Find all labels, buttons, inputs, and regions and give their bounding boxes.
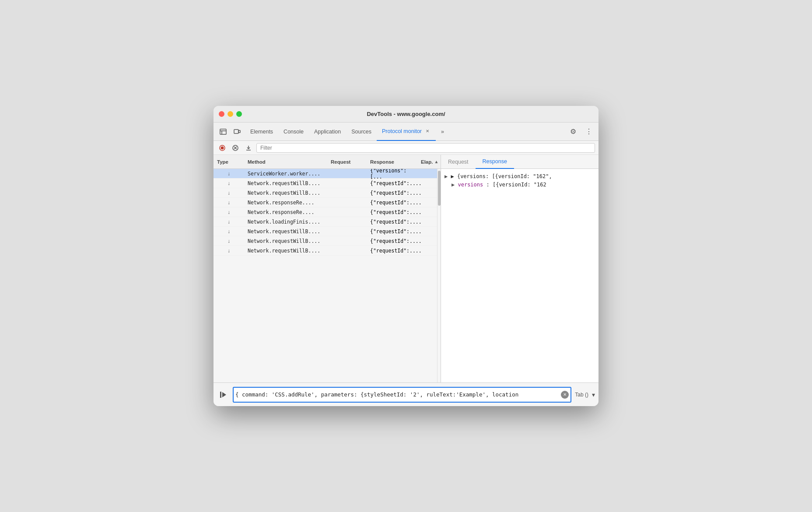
maximize-button[interactable] <box>236 111 242 117</box>
expand-icon[interactable]: ▶ <box>444 173 448 179</box>
cell-method: Network.requestWillB.... <box>244 228 327 235</box>
table-row[interactable]: ↓ Network.responseRe.... {"requestId":..… <box>214 207 437 217</box>
cell-response: {"requestId":.... <box>367 219 419 225</box>
traffic-lights <box>219 111 242 117</box>
more-tabs-button[interactable]: » <box>436 123 449 141</box>
expand-icon[interactable]: ▶ <box>452 182 455 188</box>
table-row[interactable]: ↓ Network.loadingFinis.... {"requestId":… <box>214 217 437 227</box>
table-row[interactable]: ↓ Network.requestWillB.... {"requestId":… <box>214 179 437 188</box>
table-body-container: ↓ ServiceWorker.worker.... {"versions":[… <box>214 169 441 382</box>
cell-type: ↓ <box>214 171 244 177</box>
clear-command-button[interactable]: ✕ <box>561 391 569 399</box>
tab-bar: Elements Console Application Sources Pro… <box>214 123 598 141</box>
devtools-sidebar-icon[interactable] <box>217 126 229 138</box>
right-tab-list: Request Response <box>441 155 598 169</box>
scrollbar-thumb[interactable] <box>438 171 441 206</box>
tab-request[interactable]: Request <box>441 155 476 169</box>
devtools-toolbar <box>214 141 598 155</box>
table-header: Type Method Request Response Elap. ▲ <box>214 155 441 169</box>
cell-method: Network.requestWillB.... <box>244 180 327 186</box>
table-row[interactable]: ↓ Network.requestWillB.... {"requestId":… <box>214 236 437 246</box>
json-line: ▶ versions : [{versionId: "162 <box>444 181 595 189</box>
settings-button[interactable]: ⚙ <box>567 126 579 138</box>
cell-response: {"requestId":.... <box>367 238 419 244</box>
cell-response: {"requestId":.... <box>367 248 419 254</box>
cell-method: Network.requestWillB.... <box>244 248 327 254</box>
tab-response[interactable]: Response <box>476 155 514 169</box>
table-row[interactable]: ↓ ServiceWorker.worker.... {"versions":[… <box>214 169 437 179</box>
main-content: Type Method Request Response Elap. ▲ <box>214 155 598 382</box>
more-options-button[interactable]: ⋮ <box>583 126 595 138</box>
sort-arrow-icon: ▲ <box>434 159 438 164</box>
col-header-method[interactable]: Method <box>244 159 327 165</box>
command-input-wrap: ✕ <box>233 387 571 403</box>
tab-application[interactable]: Application <box>309 123 346 141</box>
table-row[interactable]: ↓ Network.requestWillB.... {"requestId":… <box>214 227 437 236</box>
scrollbar-track[interactable] <box>437 169 441 382</box>
cell-type: ↓ <box>214 238 244 244</box>
svg-rect-4 <box>238 130 240 133</box>
cell-type: ↓ <box>214 219 244 225</box>
filter-input[interactable] <box>256 143 595 153</box>
cell-type: ↓ <box>214 209 244 215</box>
command-input[interactable] <box>235 391 561 398</box>
bottom-bar: ✕ Tab () ▾ <box>214 382 598 406</box>
table-row[interactable]: ↓ Network.requestWillB.... {"requestId":… <box>214 246 437 256</box>
run-command-button[interactable] <box>217 389 229 401</box>
cell-type: ↓ <box>214 200 244 206</box>
cell-response: {"requestId":.... <box>367 200 419 206</box>
svg-point-6 <box>221 146 224 149</box>
table-body: ↓ ServiceWorker.worker.... {"versions":[… <box>214 169 437 382</box>
stop-recording-button[interactable] <box>217 143 228 153</box>
cell-method: Network.requestWillB.... <box>244 190 327 196</box>
svg-marker-13 <box>222 392 226 397</box>
tab-elements[interactable]: Elements <box>245 123 278 141</box>
cell-response: {"requestId":.... <box>367 180 419 186</box>
minimize-button[interactable] <box>228 111 233 117</box>
svg-rect-0 <box>220 129 226 134</box>
window-title: DevTools - www.google.com/ <box>367 111 445 117</box>
cell-method: Network.responseRe.... <box>244 200 327 206</box>
cell-response: {"requestId":.... <box>367 228 419 235</box>
cell-type: ↓ <box>214 180 244 186</box>
col-header-type: Type <box>214 159 244 165</box>
chevron-down-icon[interactable]: ▾ <box>592 391 595 398</box>
cell-type: ↓ <box>214 228 244 235</box>
responsive-icon[interactable] <box>231 126 243 138</box>
title-bar: DevTools - www.google.com/ <box>214 106 598 123</box>
cell-method: Network.loadingFinis.... <box>244 219 327 225</box>
cell-type: ↓ <box>214 248 244 254</box>
table-row[interactable]: ↓ Network.responseRe.... {"requestId":..… <box>214 198 437 207</box>
left-panel: Type Method Request Response Elap. ▲ <box>214 155 441 382</box>
response-content: ▶ ▶ {versions: [{versionId: "162", ▶ ver… <box>441 169 598 382</box>
cell-response: {"versions":[... <box>367 169 419 180</box>
svg-rect-3 <box>234 130 238 133</box>
close-button[interactable] <box>219 111 224 117</box>
tab-list: Elements Console Application Sources Pro… <box>245 123 565 141</box>
cell-response: {"requestId":.... <box>367 190 419 196</box>
cell-method: ServiceWorker.worker.... <box>244 171 327 177</box>
cell-response: {"requestId":.... <box>367 209 419 215</box>
cell-method: Network.responseRe.... <box>244 209 327 215</box>
right-panel: Request Response ▶ ▶ {versions: [{versio… <box>441 155 598 382</box>
col-header-response[interactable]: Response <box>367 159 419 165</box>
tab-close-button[interactable]: ✕ <box>424 128 430 134</box>
json-line: ▶ ▶ {versions: [{versionId: "162", <box>444 172 595 181</box>
cell-type: ↓ <box>214 190 244 196</box>
devtools-window: DevTools - www.google.com/ Elements Cons… <box>214 106 598 406</box>
col-header-request[interactable]: Request <box>327 159 367 165</box>
cell-method: Network.requestWillB.... <box>244 238 327 244</box>
clear-button[interactable] <box>230 143 241 153</box>
tab-console[interactable]: Console <box>278 123 309 141</box>
table-row[interactable]: ↓ Network.requestWillB.... {"requestId":… <box>214 188 437 198</box>
tab-protocol-monitor[interactable]: Protocol monitor ✕ <box>377 123 436 141</box>
tab-autocomplete-hint: Tab () <box>575 392 588 398</box>
download-button[interactable] <box>243 143 254 153</box>
toolbar-actions: ⚙ ⋮ <box>567 126 595 138</box>
tab-sources[interactable]: Sources <box>346 123 377 141</box>
svg-rect-12 <box>220 392 221 398</box>
